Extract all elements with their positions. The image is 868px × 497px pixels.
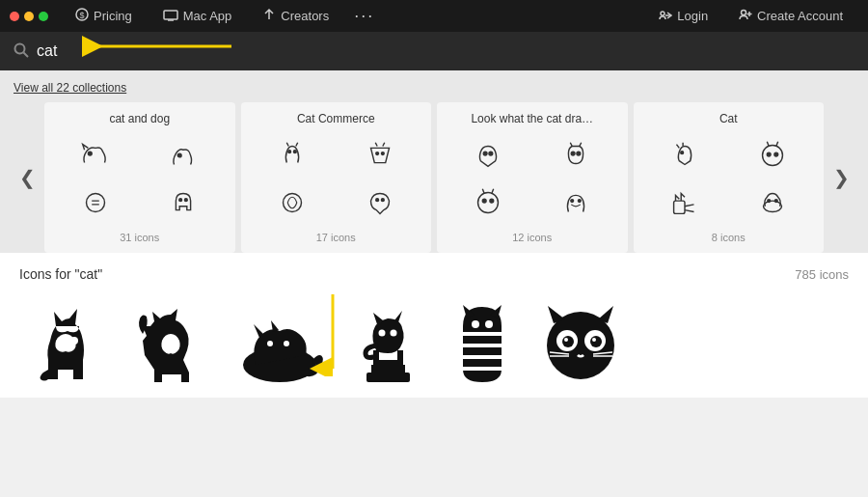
nav-item-pricing[interactable]: $ Pricing: [60, 0, 148, 32]
svg-point-17: [185, 198, 188, 201]
creators-icon: [262, 8, 276, 24]
cat-icon-4: [754, 184, 791, 221]
svg-point-43: [774, 199, 777, 202]
svg-rect-52: [371, 365, 405, 374]
collection-icon-cell: [338, 133, 421, 177]
cat-drag-icon-1: [470, 137, 506, 174]
prev-arrow[interactable]: ❮: [14, 166, 41, 189]
mac-app-label: Mac App: [183, 9, 232, 23]
search-icon: [14, 42, 29, 61]
svg-line-40: [685, 209, 694, 211]
collection-card-2[interactable]: Look what the cat dra…: [437, 102, 628, 253]
nav-items: $ Pricing Mac App Creators ···: [60, 0, 643, 32]
collection-icons-0: [54, 133, 226, 224]
collection-icon-cell: [251, 180, 335, 224]
collection-icon-cell: [730, 133, 814, 177]
view-all-collections-link[interactable]: View all 22 collections: [14, 81, 126, 95]
login-icon: [659, 9, 672, 23]
cat-icon-sitting-black[interactable]: [29, 297, 106, 384]
maximize-dot[interactable]: [39, 12, 48, 21]
svg-point-35: [762, 145, 782, 165]
svg-point-50: [284, 341, 289, 346]
collection-card-1[interactable]: Cat Commerce: [241, 102, 432, 253]
cat-dog-icon-3: [77, 184, 114, 221]
search-input[interactable]: [37, 42, 854, 60]
collection-icons-2: [447, 133, 618, 224]
svg-rect-4: [164, 11, 177, 19]
collection-icon-cell: [142, 180, 226, 224]
collection-icon-cell: [643, 133, 727, 177]
svg-point-31: [490, 199, 494, 203]
collection-count-3: 8 icons: [643, 232, 815, 243]
svg-point-60: [485, 320, 493, 328]
svg-point-18: [288, 150, 291, 152]
svg-point-44: [57, 337, 65, 345]
big-eyes-cat-icon[interactable]: [540, 302, 622, 384]
collection-icons-3: [643, 133, 815, 224]
next-arrow[interactable]: ❯: [827, 166, 854, 189]
collection-icon-cell: [338, 180, 421, 224]
nav-item-more[interactable]: ···: [344, 0, 384, 32]
nav-item-login[interactable]: Login: [643, 0, 723, 32]
collection-title-1: Cat Commerce: [251, 112, 422, 125]
collection-title-2: Look what the cat dra…: [447, 112, 618, 125]
create-account-icon: [739, 9, 752, 23]
collections-grid: cat and dog: [41, 102, 827, 253]
cat-pedestal-icon[interactable]: [352, 297, 424, 384]
pricing-icon: $: [75, 8, 89, 24]
minimize-dot[interactable]: [24, 12, 34, 21]
nav-item-create-account[interactable]: Create Account: [723, 0, 858, 32]
create-account-label: Create Account: [757, 9, 843, 23]
svg-point-64: [562, 336, 574, 347]
svg-point-47: [173, 339, 178, 345]
icons-header: Icons for "cat" 785 icons: [19, 266, 849, 282]
nav-item-creators[interactable]: Creators: [247, 0, 344, 32]
collections-wrapper: ❮ cat and dog: [14, 102, 854, 253]
pricing-label: Pricing: [94, 9, 132, 23]
svg-point-21: [381, 152, 384, 154]
collection-icon-cell: [534, 180, 618, 224]
svg-point-49: [267, 341, 273, 346]
cat-icon-3: [666, 184, 703, 221]
collection-count-0: 31 icons: [54, 232, 226, 243]
collection-card-0[interactable]: cat and dog: [44, 102, 235, 253]
svg-point-30: [483, 199, 487, 203]
collection-icon-cell: [447, 133, 530, 177]
svg-point-37: [774, 152, 778, 156]
collection-card-3[interactable]: Cat: [634, 102, 825, 253]
big-eyes-cat-svg: [540, 302, 622, 384]
svg-point-13: [89, 152, 93, 155]
svg-rect-38: [673, 201, 684, 213]
svg-line-39: [685, 204, 694, 206]
icons-section-title: Icons for "cat": [19, 266, 102, 282]
svg-point-15: [87, 193, 105, 211]
cat-dog-icon-4: [165, 184, 202, 221]
svg-point-29: [478, 192, 499, 212]
navbar: $ Pricing Mac App Creators ··· Login: [0, 0, 868, 32]
icons-grid: [19, 297, 849, 384]
cat-icon-2: [754, 137, 791, 174]
nav-right: Login Create Account: [643, 0, 858, 32]
collection-icon-cell: [54, 180, 138, 224]
svg-point-53: [379, 330, 386, 337]
close-dot[interactable]: [10, 12, 19, 21]
maneki-neko-icon[interactable]: [135, 297, 207, 384]
svg-point-54: [391, 330, 397, 337]
sleeping-cat-icon[interactable]: [236, 317, 323, 384]
nav-item-mac-app[interactable]: Mac App: [148, 0, 248, 32]
collection-icon-cell: [54, 133, 138, 177]
cat-drag-icon-3: [470, 184, 506, 221]
collection-icon-cell: [534, 133, 618, 177]
sleeping-cat-svg: [236, 317, 323, 384]
striped-cat-icon[interactable]: [453, 297, 511, 384]
svg-point-6: [661, 12, 665, 15]
svg-point-45: [70, 337, 78, 345]
more-dots: ···: [354, 6, 374, 26]
mac-app-icon: [163, 9, 178, 24]
creators-label: Creators: [281, 9, 329, 23]
collection-title-0: cat and dog: [54, 112, 226, 125]
collection-icon-cell: [142, 133, 226, 177]
cat-icon-1: [666, 137, 703, 174]
cat-dog-icon-1: [77, 137, 114, 174]
svg-point-22: [283, 193, 301, 211]
